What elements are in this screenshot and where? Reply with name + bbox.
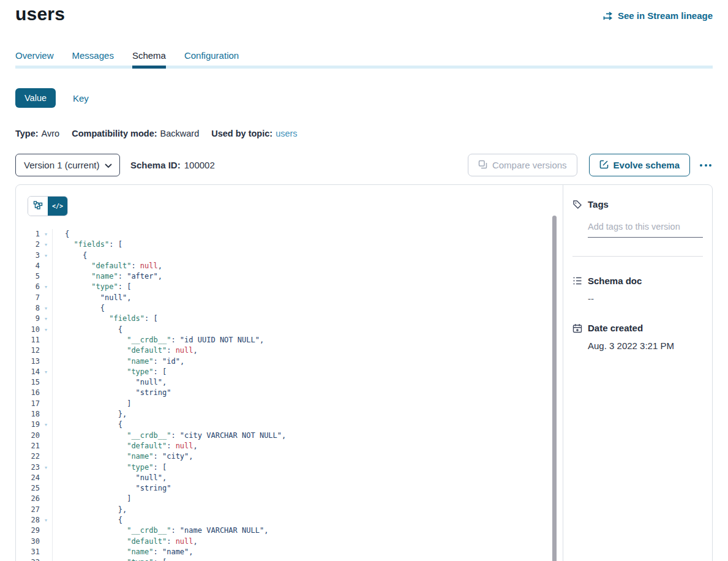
line-number: 6: [16, 282, 40, 292]
fold-caret-icon[interactable]: ▾: [40, 420, 52, 430]
schema-controls-row: Version 1 (current) Schema ID: 100002 Co…: [15, 154, 713, 176]
code-line: 8▾ {: [16, 303, 563, 314]
tab-configuration[interactable]: Configuration: [184, 50, 239, 69]
fold-caret-icon[interactable]: ▾: [40, 557, 52, 561]
line-number: 29: [16, 525, 40, 536]
line-number: 28: [16, 515, 40, 525]
compare-icon: [478, 160, 487, 171]
fold-caret-empty: [40, 451, 52, 462]
code-text: "name": "name",: [52, 547, 193, 557]
code-line: 21 "default": null,: [16, 441, 563, 451]
code-text: "type": [: [52, 462, 167, 473]
code-text: "type": [: [52, 282, 131, 292]
add-tags-input[interactable]: [588, 222, 703, 238]
line-number: 23: [16, 462, 40, 473]
version-select[interactable]: Version 1 (current): [15, 154, 120, 176]
code-text: {: [52, 250, 87, 261]
line-number: 5: [16, 271, 40, 282]
tab-track: [15, 66, 713, 69]
sidebar-divider: [572, 256, 703, 257]
vertical-scrollbar[interactable]: [552, 216, 557, 561]
code-text: "default": null,: [52, 537, 198, 547]
line-number: 7: [16, 293, 40, 303]
used-by-topic-label: Used by topic:: [211, 129, 272, 138]
code-text: "null",: [52, 293, 131, 303]
code-line: 23▾ "type": [: [16, 462, 563, 473]
fold-caret-icon[interactable]: ▾: [40, 303, 52, 314]
value-toggle-button[interactable]: Value: [15, 88, 56, 108]
code-text: "name": "after",: [52, 271, 162, 282]
fold-caret-empty: [40, 388, 52, 398]
fold-caret-icon[interactable]: ▾: [40, 229, 52, 239]
code-line: 28▾ {: [16, 515, 563, 525]
line-number: 11: [16, 335, 40, 345]
value-key-toggle: Value Key: [15, 88, 713, 108]
fold-caret-empty: [40, 505, 52, 515]
tree-view-icon: [33, 200, 43, 212]
tag-icon: [572, 200, 582, 209]
tab-schema[interactable]: Schema: [132, 50, 166, 69]
tree-view-button[interactable]: [28, 197, 48, 216]
key-toggle-button[interactable]: Key: [69, 92, 92, 104]
lineage-label: See in Stream lineage: [618, 10, 713, 21]
line-number: 4: [16, 261, 40, 271]
fold-caret-icon[interactable]: ▾: [40, 515, 52, 525]
schema-doc-title: Schema doc: [588, 276, 642, 286]
code-line: 31 "name": "name",: [16, 547, 563, 557]
tab-bar: Overview Messages Schema Configuration: [15, 50, 713, 69]
code-text: "name": "id",: [52, 356, 184, 367]
fold-caret-empty: [40, 431, 52, 441]
code-text: "string": [52, 483, 171, 494]
schema-id-label: Schema ID:: [130, 160, 181, 170]
code-line: 6▾ "type": [: [16, 282, 563, 292]
code-text: "null",: [52, 473, 167, 483]
fold-caret-empty: [40, 399, 52, 409]
fold-caret-icon[interactable]: ▾: [40, 239, 52, 250]
tab-overview[interactable]: Overview: [15, 50, 54, 69]
page-title: users: [15, 4, 65, 24]
fold-caret-icon[interactable]: ▾: [40, 325, 52, 335]
fold-caret-empty: [40, 345, 52, 356]
line-number: 18: [16, 409, 40, 420]
line-number: 2: [16, 239, 40, 250]
line-number: 32: [16, 557, 40, 561]
code-text: ]: [52, 494, 131, 504]
fold-caret-empty: [40, 473, 52, 483]
compare-versions-button[interactable]: Compare versions: [468, 154, 577, 176]
code-text: "default": null,: [52, 261, 162, 271]
page: users See in Stream lineage Overview Mes…: [0, 0, 728, 561]
fold-caret-empty: [40, 537, 52, 547]
code-text: "null",: [52, 377, 167, 388]
code-text: "name": "city",: [52, 451, 193, 462]
fold-caret-icon[interactable]: ▾: [40, 250, 52, 261]
tags-section-header: Tags: [572, 199, 703, 209]
fold-caret-icon[interactable]: ▾: [40, 462, 52, 473]
code-text: "__crdb__": "name VARCHAR NULL",: [52, 525, 268, 536]
fold-caret-icon[interactable]: ▾: [40, 367, 52, 377]
fold-caret-icon[interactable]: ▾: [40, 282, 52, 292]
fold-caret-empty: [40, 494, 52, 504]
code-line: 20 "__crdb__": "city VARCHAR NOT NULL",: [16, 431, 563, 441]
code-line: 29 "__crdb__": "name VARCHAR NULL",: [16, 525, 563, 536]
code-view-button[interactable]: </>: [48, 197, 67, 216]
code-line: 7 "null",: [16, 293, 563, 303]
editor-view-toggle: </>: [28, 196, 68, 216]
more-options-button[interactable]: [699, 160, 713, 170]
code-text: "default": null,: [52, 345, 198, 356]
fold-caret-empty: [40, 547, 52, 557]
see-in-stream-lineage-link[interactable]: See in Stream lineage: [603, 10, 713, 21]
code-line: 22 "name": "city",: [16, 451, 563, 462]
code-line: 27 },: [16, 505, 563, 515]
tab-messages[interactable]: Messages: [72, 50, 114, 69]
schema-editor: </> 1▾{2▾ "fields": [3▾ {4 "default": nu…: [16, 185, 563, 561]
schema-doc-value: --: [588, 293, 703, 304]
topic-link[interactable]: users: [276, 129, 297, 138]
line-number: 19: [16, 420, 40, 430]
schema-id: Schema ID: 100002: [130, 160, 215, 170]
evolve-schema-button[interactable]: Evolve schema: [589, 154, 690, 176]
code-text: {: [52, 303, 105, 314]
fold-caret-empty: [40, 271, 52, 282]
fold-caret-icon[interactable]: ▾: [40, 314, 52, 324]
code-lines[interactable]: 1▾{2▾ "fields": [3▾ {4 "default": null,5…: [16, 229, 563, 561]
code-text: "type": [: [52, 367, 167, 377]
